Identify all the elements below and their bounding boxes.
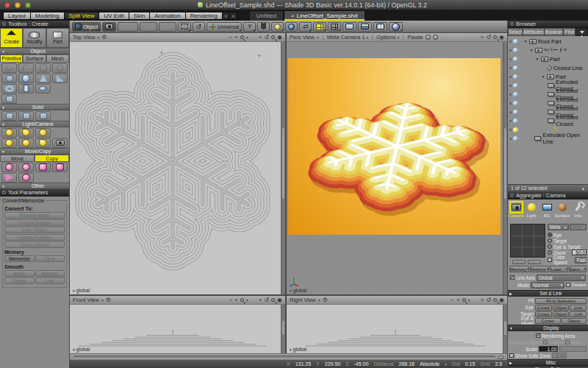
zoom-radio[interactable] <box>548 250 552 255</box>
visibility-toggle[interactable] <box>513 83 518 88</box>
section-light-camera[interactable]: ▼ Light/Camera <box>0 121 69 127</box>
browser-tab-boolean[interactable]: Boolean <box>545 28 564 36</box>
tree-row[interactable]: ▼«パート» <box>508 46 588 54</box>
object-tab-primitive[interactable]: Primitive <box>0 54 23 63</box>
object-mode-button[interactable]: Object▾ <box>72 22 101 32</box>
path-light-button[interactable] <box>18 138 34 148</box>
visibility-toggle[interactable] <box>513 48 518 53</box>
aggregate-tab-surface[interactable]: Surface <box>555 201 570 222</box>
gear-icon[interactable]: ⚙ <box>106 297 111 304</box>
visibility-toggle[interactable] <box>513 57 518 62</box>
rotate-view-button[interactable]: ↺ <box>193 22 205 32</box>
mirror-copy-button[interactable] <box>18 163 34 172</box>
freehand-button[interactable] <box>1 63 17 73</box>
disclosure-icon[interactable]: ▼ <box>1 105 5 110</box>
section-object[interactable]: ▼ Object <box>0 48 69 54</box>
preview-button[interactable] <box>528 260 541 264</box>
visibility-toggle[interactable] <box>513 136 518 141</box>
zoom-menu-icon[interactable]: ▾ <box>468 297 470 302</box>
eye-radio[interactable] <box>548 233 552 237</box>
visibility-toggle[interactable] <box>513 92 518 97</box>
mode-dropdown[interactable]: Normal▾ <box>531 282 564 289</box>
set-link-section[interactable]: ▶Set & Link <box>508 290 588 297</box>
pan-icon[interactable]: + <box>481 34 484 41</box>
comment-icon[interactable] <box>433 35 438 40</box>
tool-parameters-header[interactable]: Tool Parameters <box>0 189 69 197</box>
face-mode-button[interactable]: Face <box>159 22 176 32</box>
zoom-menu-icon[interactable]: ▾ <box>246 297 248 302</box>
pin-tool-button[interactable] <box>257 22 270 32</box>
tree-row[interactable]: ▼Root Part <box>508 37 588 46</box>
arc-button[interactable] <box>18 63 34 73</box>
section-move-copy[interactable]: ▼ Move/Copy <box>0 148 69 155</box>
front-view-canvas[interactable] <box>70 305 280 353</box>
world-tool-button[interactable] <box>285 22 298 32</box>
light-tool-button[interactable]: ▾ <box>271 22 284 32</box>
eye-target-object-button[interactable]: Object <box>562 318 587 324</box>
aggregate-tab-camera[interactable]: Camera <box>509 201 523 222</box>
frame-view-icon[interactable]: ◉ <box>277 34 282 41</box>
pan-icon[interactable]: + <box>481 297 484 304</box>
magnifier-icon[interactable] <box>462 298 466 302</box>
tree-row[interactable]: ▼Part <box>508 54 588 63</box>
display-shaded-button[interactable] <box>358 22 372 32</box>
fit-to-selection-button[interactable]: Fit to Selection <box>535 298 587 304</box>
viewport-right[interactable]: Right View▾⚙−+▾+↺◉▾global <box>287 296 507 353</box>
cube-speed-checkbox[interactable] <box>548 258 552 262</box>
eye-object-button[interactable]: Object <box>553 305 570 311</box>
options-dropdown[interactable]: Options▾ <box>376 34 399 40</box>
ambient-light-button[interactable] <box>1 138 17 148</box>
panel-collapse-icon[interactable] <box>510 22 514 26</box>
smooth-append-button[interactable]: Append <box>35 270 65 277</box>
toolbox-tab-modify[interactable]: Modify <box>23 28 46 48</box>
convert-spline-object-button[interactable]: Spline Object <box>4 241 65 248</box>
convert-pseudo-polygon-button[interactable]: Pseudo Polygon <box>4 234 65 241</box>
target-link-button[interactable]: Link <box>570 311 587 317</box>
spot-light-button[interactable] <box>18 128 34 138</box>
convert-polygon-mesh-button[interactable]: Polygon Mesh <box>4 212 65 219</box>
tree-row[interactable]: Extruded Open Line <box>508 134 588 143</box>
camera-mode-button[interactable] <box>102 22 116 32</box>
zoom-menu-icon[interactable]: ▾ <box>246 35 248 40</box>
pan-icon[interactable]: + <box>259 34 262 41</box>
mode-tab-split-view[interactable]: Split View <box>65 12 100 20</box>
zoom-in-icon[interactable]: + <box>456 297 460 304</box>
camera-preview[interactable] <box>510 224 545 258</box>
orbit-icon[interactable]: ↺ <box>264 297 269 304</box>
visibility-toggle[interactable] <box>513 66 518 71</box>
pers-view-canvas[interactable] <box>288 58 501 235</box>
cone-button[interactable] <box>35 74 51 83</box>
mirror-tool-button[interactable]: ⇄▾ <box>299 22 312 32</box>
frame-view-icon[interactable]: ◉ <box>499 297 504 304</box>
browser-tab-select[interactable]: Select <box>508 28 523 36</box>
mode-tab-modeling[interactable]: Modeling <box>31 12 64 20</box>
status-bar-handle[interactable] <box>498 355 503 359</box>
magnifier-icon[interactable] <box>271 35 275 39</box>
pause-button[interactable]: Pause <box>407 34 423 40</box>
magnifier-icon[interactable] <box>493 35 497 39</box>
toolbox-header[interactable]: Toolbox : Create <box>0 21 69 28</box>
disclosure-icon[interactable]: ▼ <box>1 184 5 188</box>
memory-button[interactable]: Memory▾ <box>509 266 529 272</box>
zoom-out-icon[interactable]: − <box>229 297 232 304</box>
solid-union-button[interactable] <box>18 111 34 121</box>
viewport-front-header[interactable]: Front View▾⚙−+▾+↺◉ <box>70 296 285 305</box>
disclosure-icon[interactable]: ▼ <box>1 149 5 154</box>
preview-button[interactable] <box>512 260 526 264</box>
browser-tab-find[interactable]: Find <box>563 28 576 36</box>
close-window-button[interactable] <box>4 2 10 8</box>
browser-header[interactable]: Browser <box>508 21 588 28</box>
smooth-link-button[interactable]: Link <box>35 277 65 284</box>
directional-light-button[interactable] <box>35 128 51 138</box>
copy-button[interactable]: Copy <box>35 155 69 162</box>
disclosure-icon[interactable]: ▼ <box>1 122 5 127</box>
view-menu-icon[interactable]: ▾ <box>318 297 320 302</box>
tab-overflow-icon[interactable]: ▾ <box>223 12 230 20</box>
frame-view-icon[interactable]: ◉ <box>499 34 504 41</box>
marquee-select-button[interactable]: ▾ <box>178 22 191 32</box>
pan-icon[interactable]: + <box>259 297 262 304</box>
link-axis-checkbox[interactable] <box>510 275 514 280</box>
camera-select-dropdown[interactable]: Meta Camera 1▾ <box>327 34 369 40</box>
viewport-pers[interactable]: Pers View▾Meta Camera 1▾Options▾Pause+↺◉… <box>287 33 507 294</box>
rotate-copy-button[interactable] <box>1 163 17 172</box>
